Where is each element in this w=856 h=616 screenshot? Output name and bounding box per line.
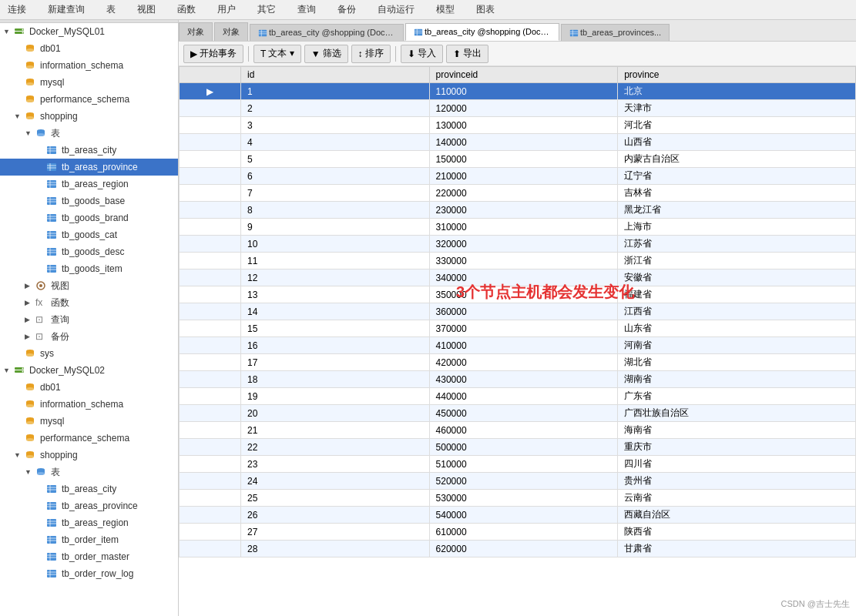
sidebar-item-s8[interactable]: tb_areas_city xyxy=(0,142,178,159)
menu-item-查询[interactable]: 查询 xyxy=(293,2,321,18)
col-provinceid[interactable]: provinceid xyxy=(429,67,618,83)
table-row[interactable]: 6210000辽宁省 xyxy=(180,168,856,185)
tab-t1[interactable]: tb_areas_city @shopping (Docker_M... xyxy=(250,24,404,41)
menu-item-视图[interactable]: 视图 xyxy=(133,2,160,18)
sidebar-item-s27[interactable]: ▼表 xyxy=(0,464,178,480)
table-row[interactable]: 22500000重庆市 xyxy=(180,439,856,456)
import-button[interactable]: ⬇ 导入 xyxy=(401,45,443,63)
col-province[interactable]: province xyxy=(618,67,856,83)
export-button[interactable]: ⬆ 导出 xyxy=(446,45,488,63)
table-row[interactable]: 26540000西藏自治区 xyxy=(180,507,856,524)
col-id[interactable]: id xyxy=(241,67,430,83)
sidebar-item-s13[interactable]: tb_goods_cat xyxy=(0,226,178,243)
sidebar-arrow-s21: ▼ xyxy=(3,367,14,374)
sidebar-item-s20[interactable]: sys xyxy=(0,345,178,362)
sidebar-item-s30[interactable]: tb_areas_region xyxy=(0,514,178,531)
table-row[interactable]: 2120000天津市 xyxy=(180,100,856,117)
menu-item-表[interactable]: 表 xyxy=(102,2,120,18)
table-row[interactable]: 8230000黑龙江省 xyxy=(180,202,856,219)
sidebar-item-s9[interactable]: tb_areas_province xyxy=(0,159,178,176)
table-row[interactable]: 27610000陕西省 xyxy=(180,524,856,541)
table-row[interactable]: 7220000吉林省 xyxy=(180,185,856,202)
svg-point-61 xyxy=(22,368,24,370)
table-row[interactable]: 9310000上海市 xyxy=(180,219,856,236)
sidebar-item-s17[interactable]: ▶fx函数 xyxy=(0,294,178,311)
sidebar-item-s7[interactable]: ▼表 xyxy=(0,125,178,142)
sidebar-icon-s26 xyxy=(25,450,39,461)
table-row[interactable]: 11330000浙江省 xyxy=(180,253,856,270)
menu-item-新建查询[interactable]: 新建查询 xyxy=(43,2,89,18)
menu-item-函数[interactable]: 函数 xyxy=(173,2,200,18)
sidebar-item-s26[interactable]: ▼shopping xyxy=(0,447,178,464)
sidebar-item-s23[interactable]: information_schema xyxy=(0,396,178,413)
table-row[interactable]: 5150000内蒙古自治区 xyxy=(180,151,856,168)
tab-objects[interactable]: 对象 xyxy=(179,22,213,41)
menu-item-备份[interactable]: 备份 xyxy=(333,2,361,18)
table-row[interactable]: 17420000湖北省 xyxy=(180,354,856,371)
sidebar-item-s5[interactable]: performance_schema xyxy=(0,91,178,108)
svg-point-18 xyxy=(26,116,34,119)
sidebar-item-s22[interactable]: db01 xyxy=(0,379,178,396)
menu-item-用户[interactable]: 用户 xyxy=(213,2,240,18)
sort-button[interactable]: ↕ 排序 xyxy=(351,45,391,63)
table-row[interactable]: 25530000云南省 xyxy=(180,490,856,507)
table-row[interactable]: 4140000山西省 xyxy=(180,134,856,151)
tab-t3[interactable]: tb_areas_provinces... xyxy=(561,24,670,41)
table-row[interactable]: 28620000甘肃省 xyxy=(180,541,856,557)
begin-transaction-button[interactable]: ▶ 开始事务 xyxy=(183,45,243,63)
table-row[interactable]: 24520000贵州省 xyxy=(180,473,856,490)
cell-province: 辽宁省 xyxy=(618,168,856,185)
menu-item-其它[interactable]: 其它 xyxy=(253,2,280,18)
sidebar-item-s1[interactable]: ▼Docker_MySQL01 xyxy=(0,23,178,40)
sidebar-item-s11[interactable]: tb_goods_base xyxy=(0,192,178,209)
tab-t2[interactable]: tb_areas_city @shopping (Docker_M... xyxy=(405,23,559,41)
cell-provinceid: 310000 xyxy=(429,219,618,236)
table-row[interactable]: 20450000广西壮族自治区 xyxy=(180,405,856,422)
table-row[interactable]: 3130000河北省 xyxy=(180,117,856,134)
sidebar-item-s6[interactable]: ▼shopping xyxy=(0,108,178,125)
table-row[interactable]: 10320000江苏省 xyxy=(180,236,856,253)
sidebar-item-s32[interactable]: tb_order_master xyxy=(0,548,178,565)
svg-rect-109 xyxy=(415,29,422,36)
sidebar-item-s25[interactable]: performance_schema xyxy=(0,430,178,447)
tab-t0[interactable]: 对象 xyxy=(214,22,248,41)
sidebar-item-s14[interactable]: tb_goods_desc xyxy=(0,243,178,260)
sidebar-item-s28[interactable]: tb_areas_city xyxy=(0,480,178,497)
menu-item-图表[interactable]: 图表 xyxy=(472,2,499,18)
table-row[interactable]: 12340000安徽省 xyxy=(180,270,856,286)
table-row[interactable]: 13350000福建省 xyxy=(180,286,856,303)
sidebar-item-s31[interactable]: tb_order_item xyxy=(0,531,178,548)
menu-item-自动运行[interactable]: 自动运行 xyxy=(373,2,419,18)
table-row[interactable]: 18430000湖南省 xyxy=(180,371,856,388)
sidebar-item-s10[interactable]: tb_areas_region xyxy=(0,176,178,192)
text-label: 文本 ▾ xyxy=(268,47,294,60)
sidebar-icon-s16 xyxy=(35,280,49,292)
text-button[interactable]: T 文本 ▾ xyxy=(253,45,301,63)
table-row[interactable]: 14360000江西省 xyxy=(180,303,856,320)
row-arrow xyxy=(180,456,241,473)
sidebar-item-s15[interactable]: tb_goods_item xyxy=(0,260,178,277)
cell-provinceid: 450000 xyxy=(429,405,618,422)
sidebar-item-s3[interactable]: information_schema xyxy=(0,57,178,74)
sidebar-item-s19[interactable]: ▶⊡备份 xyxy=(0,328,178,345)
table-row[interactable]: ▶1110000北京 xyxy=(180,83,856,100)
cell-provinceid: 500000 xyxy=(429,439,618,456)
filter-button[interactable]: ▼ 筛选 xyxy=(304,45,348,63)
sidebar-item-s21[interactable]: ▼Docker_MySQL02 xyxy=(0,362,178,379)
table-row[interactable]: 19440000广东省 xyxy=(180,388,856,405)
sidebar-item-s29[interactable]: tb_areas_province xyxy=(0,497,178,514)
sidebar-item-s16[interactable]: ▶视图 xyxy=(0,277,178,294)
menu-item-连接[interactable]: 连接 xyxy=(3,2,31,18)
menu-item-模型[interactable]: 模型 xyxy=(431,2,459,18)
table-row[interactable]: 15370000山东省 xyxy=(180,320,856,337)
sidebar-arrow-s27: ▼ xyxy=(25,468,35,476)
table-row[interactable]: 21460000海南省 xyxy=(180,422,856,439)
table-row[interactable]: 16410000河南省 xyxy=(180,337,856,354)
sidebar-item-s33[interactable]: tb_order_row_log xyxy=(0,565,178,582)
sidebar-item-s2[interactable]: db01 xyxy=(0,40,178,57)
sidebar-item-s4[interactable]: mysql xyxy=(0,74,178,91)
table-row[interactable]: 23510000四川省 xyxy=(180,456,856,473)
sidebar-item-s24[interactable]: mysql xyxy=(0,413,178,430)
sidebar-item-s12[interactable]: tb_goods_brand xyxy=(0,209,178,226)
sidebar-item-s18[interactable]: ▶⊡查询 xyxy=(0,311,178,328)
